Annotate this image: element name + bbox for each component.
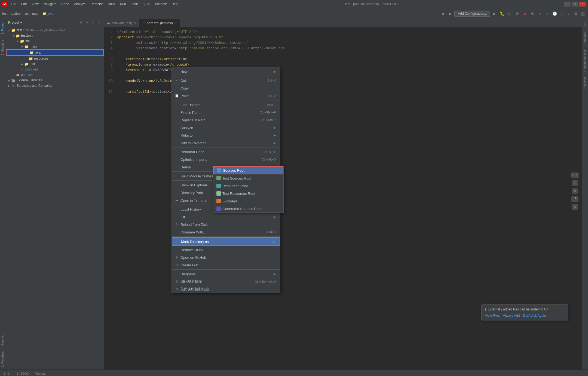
panel-gear-icon[interactable]: ≡ <box>91 20 96 25</box>
tree-item-src[interactable]: ▼ 📁 src <box>6 38 104 44</box>
menu-file[interactable]: File <box>9 2 18 7</box>
ime-icon-1[interactable]: IFLY <box>571 172 579 178</box>
bottom-tab-git[interactable]: 9: Git <box>1 370 14 376</box>
cm-refactor[interactable]: Refactor ▶ <box>172 131 280 139</box>
breadcrumb-test[interactable]: test <box>2 12 7 16</box>
cm-remove-bom[interactable]: Remove BOM <box>172 246 280 254</box>
git-push-icon[interactable]: ↑ <box>559 11 565 17</box>
sidebar-tab-project[interactable]: 1: Project <box>0 19 6 37</box>
back-icon[interactable]: ◀ <box>440 11 446 17</box>
tab-pom-testtest[interactable]: m pom.xml (testtest) ✕ <box>139 19 180 27</box>
cm-analyze[interactable]: Analyze ▶ <box>172 124 280 131</box>
sidebar-tab-structure[interactable]: 2: Structure <box>0 37 6 58</box>
cm-copy[interactable]: Copy <box>172 84 280 92</box>
profile-icon[interactable]: ⟳ <box>514 11 520 17</box>
panel-close-icon[interactable]: ✕ <box>97 20 102 25</box>
cm-open-github[interactable]: ⊙ Open on GitHub <box>172 254 280 261</box>
bottom-tab-terminal[interactable]: Terminal <box>32 370 49 376</box>
cm-compare-with[interactable]: Compare With... Ctrl+D <box>172 228 280 236</box>
cm-git[interactable]: Git ▶ <box>172 213 280 221</box>
forward-icon[interactable]: ▶ <box>447 11 453 17</box>
add-configuration-button[interactable]: Add Configuration... <box>454 11 490 17</box>
tree-item-pom-test[interactable]: m pom.xml <box>6 72 104 78</box>
breadcrumb-src[interactable]: src <box>24 12 29 16</box>
cm-optimize[interactable]: Optimize Imports Ctrl+Alt+O <box>172 156 280 163</box>
tree-item-external-libraries[interactable]: ▶ 📚 External Libraries <box>6 78 104 83</box>
notification-always-add[interactable]: Always Add <box>503 314 520 318</box>
notification-view-files[interactable]: View Files <box>485 314 500 318</box>
stop-icon[interactable]: ■ <box>522 11 528 17</box>
right-tab-refactoring[interactable]: Refactoring Tool <box>582 47 588 74</box>
cm-diagrams[interactable]: Diagrams ▶ <box>172 270 280 278</box>
tab-pom-test[interactable]: m pom.xml (test) ✕ <box>104 19 139 27</box>
ime-icon-5[interactable]: ▦ <box>572 204 578 210</box>
tree-item-resources[interactable]: 📁 resources <box>6 56 104 61</box>
tree-item-main[interactable]: ▼ 📁 main <box>6 44 104 49</box>
tree-item-pom-testtest[interactable]: m pom.xml <box>6 67 104 72</box>
menu-edit[interactable]: Edit <box>19 2 29 7</box>
bottom-tab-todo[interactable]: 6: TODO <box>14 370 32 376</box>
right-tab-ant[interactable]: Ant <box>582 19 588 29</box>
tree-arrow[interactable]: ▼ <box>16 40 20 43</box>
tree-arrow[interactable]: ▶ <box>7 84 11 87</box>
tab-close-pom-test[interactable]: ✕ <box>134 21 136 24</box>
menu-analyze[interactable]: Analyze <box>72 2 88 7</box>
cm-add-favorites[interactable]: Add to Favorites ▶ <box>172 139 280 147</box>
coverage-icon[interactable]: ▷ <box>507 11 513 17</box>
sidebar-tab-commit[interactable]: Commit <box>0 333 6 349</box>
tab-close-pom-testtest[interactable]: ✕ <box>174 21 177 24</box>
sm-excluded[interactable]: Excluded <box>213 197 283 205</box>
git-check-icon[interactable]: ✓ <box>537 11 543 17</box>
tree-item-scratches[interactable]: ▶ ✎ Scratches and Consoles <box>6 83 104 88</box>
ime-icon-2[interactable]: 英 <box>572 180 578 186</box>
cm-mark-directory[interactable]: Mark Directory as ▶ <box>172 237 280 246</box>
menu-vcs[interactable]: VCS <box>141 2 152 7</box>
tree-item-java[interactable]: 📁 java <box>6 49 104 56</box>
settings-icon[interactable]: ⚙ <box>573 11 579 17</box>
cm-reload-disk[interactable]: ↻ Reload from Disk <box>172 221 280 228</box>
menu-code[interactable]: Code <box>59 2 71 7</box>
menu-run[interactable]: Run <box>118 2 128 7</box>
run-icon[interactable]: ▶ <box>491 11 497 17</box>
tree-arrow[interactable]: ▼ <box>11 34 15 37</box>
layout-icon[interactable]: ▦ <box>580 11 586 17</box>
menu-build[interactable]: Build <box>106 2 117 7</box>
cm-replace-in-path[interactable]: Replace in Path... Ctrl+Shift+R <box>172 116 280 124</box>
breadcrumb-testtest[interactable]: testtest <box>11 12 21 16</box>
git-pull-icon[interactable]: ↓ <box>566 11 572 17</box>
tree-item-test-root[interactable]: ▼ 📁 test D:\GitRepository\MyProject\test <box>6 27 104 33</box>
cm-reformat[interactable]: Reformat Code Ctrl+Alt+L <box>172 148 280 156</box>
sm-resources-root[interactable]: Resources Root <box>213 182 283 190</box>
tree-arrow[interactable]: ▶ <box>7 79 11 82</box>
menu-help[interactable]: Help <box>169 2 180 7</box>
menu-tools[interactable]: Tools <box>129 2 141 7</box>
right-tab-database[interactable]: Database <box>582 29 588 47</box>
ime-icon-4[interactable]: 🎤 <box>571 196 578 202</box>
cm-create-gist[interactable]: ⊙ Create Gist... <box>172 261 280 269</box>
panel-scroll-icon[interactable]: ⇔ <box>85 20 90 25</box>
git-check2-icon[interactable]: ✓ <box>544 11 550 17</box>
menu-view[interactable]: View <box>29 2 41 7</box>
sm-test-sources-root[interactable]: Test Sources Root <box>213 174 283 182</box>
cm-encoding-scan[interactable]: ⚙ 编码规划扫描 Ctrl+Shift+Alt+J <box>172 278 280 285</box>
notification-dont-ask[interactable]: Don't Ask Again <box>523 314 546 318</box>
sidebar-tab-favorites[interactable]: 2: Favorites <box>0 349 6 369</box>
close-button[interactable]: ✕ <box>579 2 586 7</box>
sm-generated-sources-root[interactable]: Generated Sources Root <box>213 205 283 212</box>
sm-test-resources-root[interactable]: Test Resources Root <box>213 190 283 197</box>
tree-item-test-sub[interactable]: ▶ 📁 test <box>6 61 104 67</box>
cm-paste[interactable]: 📋 Paste Ctrl+V <box>172 92 280 100</box>
cm-cut[interactable]: ✂ Cut Ctrl+X <box>172 77 280 84</box>
debug-icon[interactable]: 🐛 <box>499 11 505 17</box>
tree-arrow[interactable]: ▶ <box>20 63 24 66</box>
breadcrumb-main[interactable]: main <box>32 12 39 16</box>
menu-bar[interactable]: File Edit View Navigate Code Analyze Ref… <box>9 2 180 7</box>
tree-item-testtest[interactable]: ▼ 📁 testtest <box>6 33 104 38</box>
git-history-icon[interactable]: 🕐 <box>552 11 558 17</box>
cm-close-realtime[interactable]: ⚙ 关闭实时检测功能 <box>172 285 280 293</box>
menu-window[interactable]: Window <box>153 2 169 7</box>
window-controls[interactable]: ─ □ ✕ <box>564 2 586 7</box>
sm-sources-root[interactable]: Sources Root <box>213 166 283 174</box>
maximize-button[interactable]: □ <box>572 2 578 7</box>
breadcrumb-java[interactable]: 📁 java <box>42 12 53 16</box>
